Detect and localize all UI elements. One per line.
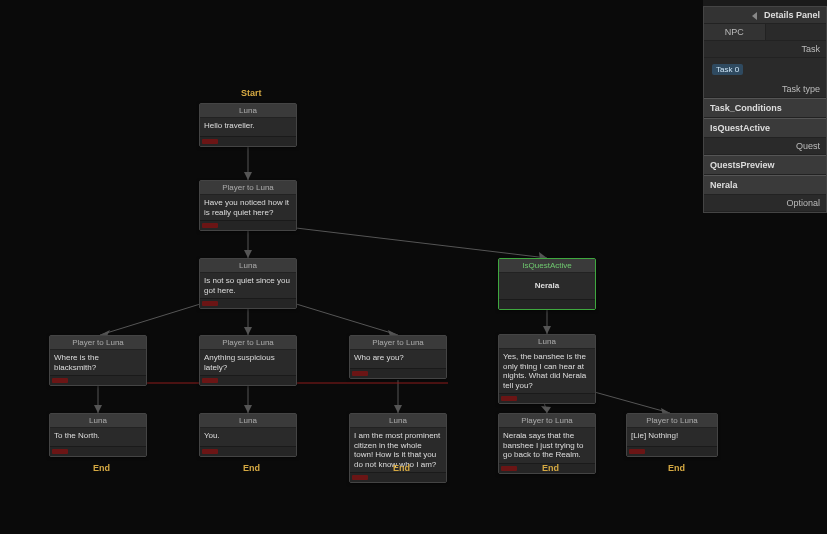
end-label: End <box>93 463 110 473</box>
node-luna-north[interactable]: Luna To the North. <box>49 413 147 457</box>
node-body: Nerala says that the banshee I just tryi… <box>499 428 595 463</box>
red-tag-icon <box>52 378 68 383</box>
node-luna-banshee[interactable]: Luna Yes, the banshee is the only thing … <box>498 334 596 404</box>
node-body: Yes, the banshee is the only thing I can… <box>499 349 595 393</box>
red-tag-icon <box>202 223 218 228</box>
node-header: Player to Luna <box>499 414 595 428</box>
node-player-quiet[interactable]: Player to Luna Have you noticed how it i… <box>199 180 297 231</box>
section-questspreview[interactable]: QuestsPreview <box>704 155 826 175</box>
node-footer <box>200 220 296 230</box>
node-header: Luna <box>499 335 595 349</box>
node-body: You. <box>200 428 296 446</box>
node-header: Luna <box>200 259 296 273</box>
node-luna-notquiet[interactable]: Luna Is not so quiet since you got here. <box>199 258 297 309</box>
svg-marker-13 <box>543 326 551 334</box>
node-header: Luna <box>200 414 296 428</box>
graph-canvas[interactable]: Start Luna Hello traveller. Player to Lu… <box>0 0 703 534</box>
panel-title: Details Panel <box>704 7 826 24</box>
node-footer <box>350 472 446 482</box>
node-body: Have you noticed how it is really quiet … <box>200 195 296 220</box>
section-task-conditions[interactable]: Task_Conditions <box>704 98 826 118</box>
svg-marker-21 <box>541 406 551 413</box>
node-header: Player to Luna <box>350 336 446 350</box>
red-tag-icon <box>352 475 368 480</box>
red-tag-icon <box>52 449 68 454</box>
node-footer <box>200 298 296 308</box>
red-tag-icon <box>352 371 368 376</box>
node-body: Where is the blacksmith? <box>50 350 146 375</box>
node-header: Player to Luna <box>627 414 717 428</box>
row-optional[interactable]: Optional <box>704 195 826 212</box>
node-player-whoareyou[interactable]: Player to Luna Who are you? <box>349 335 447 379</box>
node-header: Player to Luna <box>50 336 146 350</box>
row-tasktype[interactable]: Task type <box>704 81 826 98</box>
end-label: End <box>542 463 559 473</box>
end-label: End <box>668 463 685 473</box>
section-nerala[interactable]: Nerala <box>704 175 826 195</box>
red-tag-icon <box>501 466 517 471</box>
svg-line-4 <box>296 228 547 258</box>
red-tag-icon <box>202 449 218 454</box>
npc-value[interactable] <box>766 24 827 40</box>
row-task0[interactable]: Task 0 <box>704 58 826 81</box>
node-body: To the North. <box>50 428 146 446</box>
node-footer <box>200 446 296 456</box>
section-isquestactive[interactable]: IsQuestActive <box>704 118 826 138</box>
node-footer <box>200 136 296 146</box>
node-body: [Lie] Nothing! <box>627 428 717 446</box>
node-header: Luna <box>350 414 446 428</box>
node-player-lie[interactable]: Player to Luna [Lie] Nothing! <box>626 413 718 457</box>
node-body: Hello traveller. <box>200 118 296 136</box>
svg-marker-9 <box>244 327 252 335</box>
node-footer <box>627 446 717 456</box>
end-label: End <box>393 463 410 473</box>
red-tag-icon <box>202 301 218 306</box>
node-footer <box>200 375 296 385</box>
node-header: Luna <box>200 104 296 118</box>
quest-label: Quest <box>704 138 826 154</box>
svg-marker-3 <box>244 250 252 258</box>
node-header: Player to Luna <box>200 336 296 350</box>
node-isquestactive[interactable]: IsQuestActive Nerala <box>498 258 596 310</box>
red-tag-icon <box>202 378 218 383</box>
task-label: Task <box>704 41 826 57</box>
task0-tag[interactable]: Task 0 <box>712 64 743 75</box>
start-label: Start <box>241 88 262 98</box>
red-tag-icon <box>501 396 517 401</box>
node-body: Who are you? <box>350 350 446 368</box>
svg-marker-17 <box>244 405 252 413</box>
node-body: Nerala <box>499 273 595 299</box>
tasktype-label: Task type <box>704 81 826 97</box>
node-body: Is not so quiet since you got here. <box>200 273 296 298</box>
row-quest[interactable]: Quest <box>704 138 826 155</box>
row-task[interactable]: Task <box>704 41 826 58</box>
node-player-blacksmith[interactable]: Player to Luna Where is the blacksmith? <box>49 335 147 386</box>
svg-marker-15 <box>94 405 102 413</box>
node-footer <box>499 299 595 309</box>
node-footer <box>350 368 446 378</box>
node-header: IsQuestActive <box>499 259 595 273</box>
end-label: End <box>243 463 260 473</box>
node-body: Anything suspicious lately? <box>200 350 296 375</box>
npc-label: NPC <box>704 24 766 40</box>
panel-title-text: Details Panel <box>764 10 820 20</box>
node-footer <box>50 375 146 385</box>
collapse-arrow-icon[interactable] <box>752 12 757 20</box>
svg-marker-19 <box>394 405 402 413</box>
svg-marker-1 <box>244 172 252 180</box>
node-luna-you[interactable]: Luna You. <box>199 413 297 457</box>
node-header: Luna <box>50 414 146 428</box>
optional-label: Optional <box>704 195 826 211</box>
node-luna-hello[interactable]: Luna Hello traveller. <box>199 103 297 147</box>
node-header: Player to Luna <box>200 181 296 195</box>
red-tag-icon <box>629 449 645 454</box>
red-tag-icon <box>202 139 218 144</box>
row-npc[interactable]: NPC <box>704 24 826 41</box>
node-footer <box>50 446 146 456</box>
details-panel[interactable]: Details Panel NPC Task Task 0 Task type … <box>703 6 827 213</box>
node-footer <box>499 393 595 403</box>
node-player-suspicious[interactable]: Player to Luna Anything suspicious latel… <box>199 335 297 386</box>
